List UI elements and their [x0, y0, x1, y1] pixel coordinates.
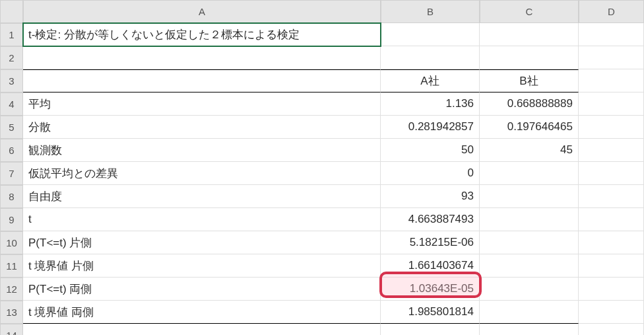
cell-A14[interactable] [23, 324, 381, 335]
cell-D8[interactable] [579, 185, 644, 208]
cell-D14[interactable] [579, 324, 644, 335]
cell-D5[interactable] [579, 116, 644, 139]
cell-A4[interactable]: 平均 [23, 93, 381, 116]
cell-C8[interactable] [480, 185, 579, 208]
cell-D2[interactable] [579, 46, 644, 69]
cell-C12[interactable] [480, 278, 579, 301]
corner-cell[interactable] [0, 0, 23, 23]
row-header-5[interactable]: 5 [0, 116, 23, 139]
cell-B10[interactable]: 5.18215E-06 [381, 231, 480, 254]
cell-C2[interactable] [480, 46, 579, 69]
cell-D1[interactable] [579, 23, 644, 46]
row-header-11[interactable]: 11 [0, 254, 23, 278]
cell-A1[interactable]: t-検定: 分散が等しくないと仮定した２標本による検定 [23, 23, 381, 46]
cell-B2[interactable] [381, 46, 480, 69]
cell-A3[interactable] [23, 69, 381, 93]
row-header-2[interactable]: 2 [0, 46, 23, 69]
cell-C9[interactable] [480, 208, 579, 231]
cell-A6[interactable]: 観測数 [23, 139, 381, 162]
cell-D12[interactable] [579, 278, 644, 301]
cell-B8[interactable]: 93 [381, 185, 480, 208]
cell-A10[interactable]: P(T<=t) 片側 [23, 231, 381, 254]
cell-C14[interactable] [480, 324, 579, 335]
cell-B1[interactable] [381, 23, 480, 46]
cell-B5[interactable]: 0.281942857 [381, 116, 480, 139]
cell-C6[interactable]: 45 [480, 139, 579, 162]
cell-D13[interactable] [579, 301, 644, 324]
cell-B13[interactable]: 1.985801814 [381, 301, 480, 324]
col-header-D[interactable]: D [579, 0, 644, 23]
row-header-13[interactable]: 13 [0, 301, 23, 324]
cell-D4[interactable] [579, 93, 644, 116]
cell-B9[interactable]: 4.663887493 [381, 208, 480, 231]
col-header-B[interactable]: B [381, 0, 480, 23]
cell-D11[interactable] [579, 254, 644, 278]
cell-B3[interactable]: A社 [381, 69, 480, 93]
cell-C1[interactable] [480, 23, 579, 46]
cell-C11[interactable] [480, 254, 579, 278]
cell-C3[interactable]: B社 [480, 69, 579, 93]
cell-A11[interactable]: t 境界値 片側 [23, 254, 381, 278]
cell-A9[interactable]: t [23, 208, 381, 231]
cell-A13[interactable]: t 境界値 両側 [23, 301, 381, 324]
cell-C10[interactable] [480, 231, 579, 254]
cell-A7[interactable]: 仮説平均との差異 [23, 162, 381, 185]
row-header-9[interactable]: 9 [0, 208, 23, 231]
spreadsheet-grid[interactable]: A B C D 1 t-検定: 分散が等しくないと仮定した２標本による検定 2 … [0, 0, 644, 335]
cell-C13[interactable] [480, 301, 579, 324]
cell-A12[interactable]: P(T<=t) 両側 [23, 278, 381, 301]
cell-C4[interactable]: 0.668888889 [480, 93, 579, 116]
row-header-1[interactable]: 1 [0, 23, 23, 46]
row-header-7[interactable]: 7 [0, 162, 23, 185]
col-header-A[interactable]: A [23, 0, 381, 23]
cell-B7[interactable]: 0 [381, 162, 480, 185]
cell-C5[interactable]: 0.197646465 [480, 116, 579, 139]
cell-D6[interactable] [579, 139, 644, 162]
cell-B14[interactable] [381, 324, 480, 335]
cell-B12[interactable]: 1.03643E-05 [381, 278, 480, 301]
cell-A8[interactable]: 自由度 [23, 185, 381, 208]
row-header-10[interactable]: 10 [0, 231, 23, 254]
cell-D10[interactable] [579, 231, 644, 254]
cell-B11[interactable]: 1.661403674 [381, 254, 480, 278]
col-header-C[interactable]: C [480, 0, 579, 23]
row-header-8[interactable]: 8 [0, 185, 23, 208]
cell-A2[interactable] [23, 46, 381, 69]
cell-B4[interactable]: 1.136 [381, 93, 480, 116]
row-header-3[interactable]: 3 [0, 69, 23, 93]
cell-B6[interactable]: 50 [381, 139, 480, 162]
row-header-12[interactable]: 12 [0, 278, 23, 301]
row-header-4[interactable]: 4 [0, 93, 23, 116]
row-header-6[interactable]: 6 [0, 139, 23, 162]
cell-D3[interactable] [579, 69, 644, 93]
cell-D9[interactable] [579, 208, 644, 231]
cell-D7[interactable] [579, 162, 644, 185]
row-header-14[interactable]: 14 [0, 324, 23, 335]
cell-A5[interactable]: 分散 [23, 116, 381, 139]
cell-C7[interactable] [480, 162, 579, 185]
